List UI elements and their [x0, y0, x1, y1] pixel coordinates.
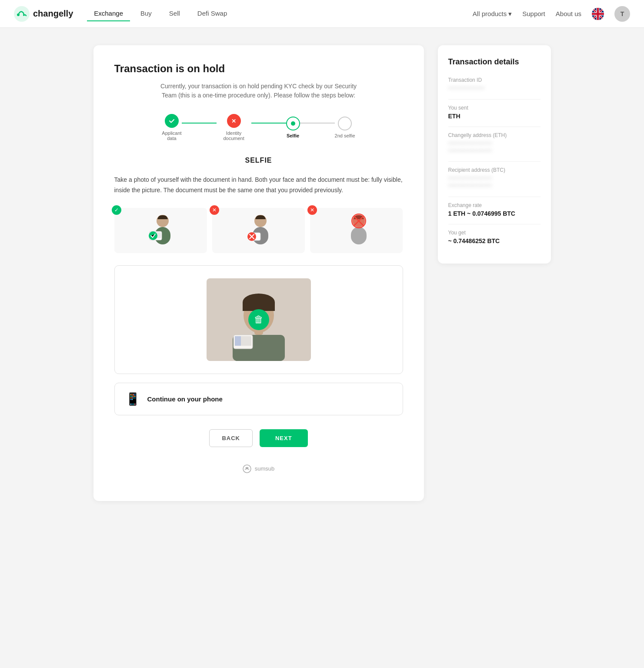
- exchange-rate-label: Exchange rate: [448, 202, 541, 208]
- you-sent-label: You sent: [448, 105, 541, 111]
- example-no-1: ✕: [212, 208, 305, 253]
- changelly-address-value: ••••••••••••••••••••••••••••••••••••••••…: [448, 140, 541, 155]
- selfie-section-title: SELFIE: [114, 157, 403, 164]
- trash-icon: 🗑: [254, 314, 264, 325]
- user-avatar[interactable]: T: [614, 6, 630, 22]
- navbar: changelly Exchange Buy Sell Defi Swap Al…: [0, 0, 644, 28]
- connector-1-2: [182, 123, 217, 124]
- transaction-id-label: Transaction ID: [448, 77, 541, 83]
- svg-point-0: [14, 6, 30, 22]
- logo-text: changelly: [33, 9, 73, 19]
- all-products-button[interactable]: All products ▾: [473, 10, 512, 18]
- example-ok: ✓: [114, 208, 207, 253]
- back-button[interactable]: BACK: [209, 429, 253, 447]
- selfie-instruction: Take a photo of yourself with the docume…: [114, 175, 403, 196]
- step-identity-document: ✕ Identity document: [217, 114, 251, 141]
- transaction-id-value: ••••••••••••••••••••: [448, 85, 541, 92]
- sumsub-footer: sumsub: [114, 464, 403, 484]
- step-4-circle: [338, 117, 352, 130]
- sumsub-label: sumsub: [255, 465, 275, 472]
- example-no-2: ✕: [310, 208, 403, 253]
- svg-point-1: [17, 13, 20, 16]
- you-get-label: You get: [448, 230, 541, 236]
- support-button[interactable]: Support: [522, 10, 545, 17]
- sumsub-logo-icon: [243, 464, 251, 473]
- svg-rect-20: [351, 227, 367, 244]
- transaction-details-panel: Transaction details Transaction ID •••••…: [438, 45, 551, 264]
- panel-title: Transaction details: [448, 57, 541, 67]
- logo[interactable]: changelly: [14, 6, 73, 22]
- nav-sell[interactable]: Sell: [162, 6, 187, 21]
- example-no-1-illustration: [243, 213, 274, 248]
- page-subtitle: Currently, your transaction is on hold p…: [159, 82, 359, 100]
- continue-on-phone-button[interactable]: 📱 Continue on your phone: [114, 383, 403, 415]
- example-no-2-illustration: [341, 213, 372, 248]
- step-3-circle: [286, 117, 300, 130]
- action-buttons: BACK NEXT: [114, 429, 403, 447]
- nav-links: Exchange Buy Sell Defi Swap: [87, 6, 473, 21]
- selfie-upload-area[interactable]: 🗑: [114, 265, 403, 374]
- step-2nd-selfie: 2nd selfie: [335, 117, 355, 138]
- step-applicant-data: Applicantdata: [162, 114, 181, 141]
- next-button[interactable]: NEXT: [260, 429, 308, 447]
- divider-3: [448, 161, 541, 162]
- kyc-stepper: Applicantdata ✕ Identity document Selfie: [114, 114, 403, 141]
- connector-3-4: [300, 123, 335, 124]
- step-selfie: Selfie: [286, 117, 300, 138]
- delete-photo-button[interactable]: 🗑: [248, 309, 269, 330]
- selfie-examples: ✓ ✕: [114, 208, 403, 253]
- recipient-address-value: ••••••••••••••••••••••••••••••••••••••••…: [448, 175, 541, 190]
- divider-4: [448, 197, 541, 197]
- phone-option-label: Continue on your phone: [147, 395, 223, 403]
- nav-exchange[interactable]: Exchange: [87, 6, 130, 21]
- no-badge-2: ✕: [307, 205, 317, 215]
- chevron-down-icon: ▾: [508, 10, 512, 18]
- about-us-button[interactable]: About us: [556, 10, 581, 17]
- page-title: Transaction is on hold: [114, 63, 403, 75]
- you-get-value: ~ 0.74486252 BTC: [448, 237, 541, 244]
- divider-5: [448, 224, 541, 224]
- nav-defi-swap[interactable]: Defi Swap: [190, 6, 234, 21]
- step-4-label: 2nd selfie: [335, 133, 355, 138]
- language-flag-icon[interactable]: [592, 8, 604, 20]
- nav-buy[interactable]: Buy: [133, 6, 159, 21]
- nav-right: All products ▾ Support About us T: [473, 6, 630, 22]
- divider-2: [448, 127, 541, 127]
- phone-icon: 📱: [125, 392, 140, 406]
- main-container: Transaction is on hold Currently, your t…: [83, 45, 561, 501]
- kyc-card: Transaction is on hold Currently, your t…: [93, 45, 424, 501]
- step-3-label: Selfie: [287, 133, 299, 138]
- divider-1: [448, 99, 541, 100]
- step-1-circle: [165, 114, 179, 128]
- no-badge-1: ✕: [210, 205, 219, 215]
- ok-badge: ✓: [112, 205, 121, 215]
- step-2-label: Identity document: [217, 130, 251, 141]
- uploaded-photo-preview: 🗑: [125, 276, 392, 363]
- example-ok-illustration: [145, 213, 176, 248]
- connector-2-3: [251, 123, 286, 124]
- step-2-circle: ✕: [227, 114, 241, 128]
- exchange-rate-value: 1 ETH ~ 0.0746995 BTC: [448, 210, 541, 217]
- you-sent-value: ETH: [448, 113, 541, 120]
- changelly-address-label: Changelly address (ETH): [448, 132, 541, 138]
- step-1-label: Applicantdata: [162, 130, 181, 141]
- recipient-address-label: Recipient address (BTC): [448, 167, 541, 173]
